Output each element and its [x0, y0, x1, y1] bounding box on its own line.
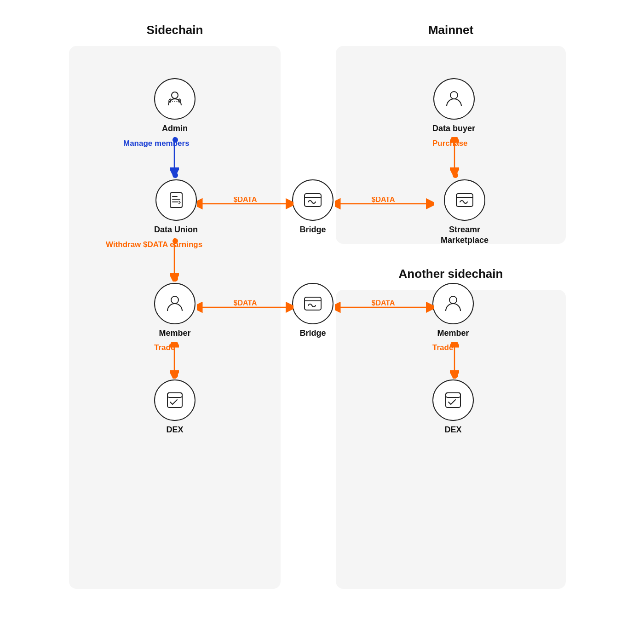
title-mainnet: Mainnet [336, 23, 566, 37]
bridge-top-circle [292, 179, 334, 221]
diagram-wrapper: Sidechain Mainnet Another sidechain Admi… [69, 23, 575, 621]
data-buyer-icon [444, 89, 464, 109]
data-union-circle [155, 179, 197, 221]
member-right-icon [443, 293, 463, 314]
svg-rect-5 [167, 393, 182, 397]
svg-point-3 [171, 296, 178, 304]
title-sidechain: Sidechain [69, 23, 281, 37]
dex-left-icon [165, 390, 185, 410]
dex-right-icon [443, 390, 463, 410]
admin-icon [165, 89, 185, 109]
dex-left-circle [154, 380, 196, 421]
svg-rect-6 [305, 194, 321, 207]
marketplace-circle [444, 179, 485, 221]
bridge-bottom-circle [292, 283, 334, 324]
manage-members-label: Manage members [123, 139, 190, 148]
marketplace-node: Streamr Marketplace [432, 179, 497, 246]
svg-rect-1 [170, 193, 182, 207]
bridge-bottom-node: Bridge [292, 283, 334, 339]
dex-right-circle [432, 380, 474, 421]
admin-circle [154, 78, 196, 120]
bridge-top-icon [303, 190, 323, 210]
bridge-bottom-icon [303, 293, 323, 314]
svg-text:$DATA: $DATA [234, 197, 257, 203]
svg-point-10 [449, 296, 457, 304]
arrow-buyer-marketplace [450, 137, 459, 176]
svg-text:$DATA: $DATA [372, 197, 395, 203]
svg-rect-11 [446, 393, 460, 408]
arrow-bridge-member-right: $DATA [335, 300, 434, 314]
svg-point-0 [172, 92, 178, 98]
bridge-top-node: Bridge [292, 179, 334, 235]
data-buyer-node: Data buyer [432, 78, 475, 134]
svg-text:$DATA: $DATA [234, 300, 257, 307]
marketplace-icon [454, 190, 475, 210]
data-union-node: Data Union [154, 179, 198, 235]
admin-node: Admin [154, 78, 196, 134]
member-right-circle [432, 283, 474, 324]
data-union-icon [166, 190, 186, 210]
svg-point-2 [178, 203, 179, 204]
svg-rect-9 [456, 194, 473, 207]
svg-point-8 [450, 92, 458, 99]
arrow-member-dex-right [450, 342, 459, 379]
arrow-bridge-marketplace: $DATA [335, 197, 434, 211]
member-left-node: Member [154, 283, 196, 339]
withdraw-label: Withdraw $DATA earnings [106, 240, 202, 249]
arrow-member-bridge-bottom: $DATA [197, 300, 293, 314]
arrow-dataunion-bridge-top: $DATA [197, 197, 293, 211]
dex-left-node: DEX [154, 380, 196, 435]
arrow-dataunion-member [170, 238, 179, 282]
data-buyer-circle [433, 78, 475, 120]
svg-rect-12 [446, 393, 460, 397]
svg-text:$DATA: $DATA [372, 300, 395, 307]
dex-right-node: DEX [432, 380, 474, 435]
svg-rect-4 [167, 393, 182, 408]
arrow-member-dex-left [170, 342, 179, 379]
title-another-sidechain: Another sidechain [336, 267, 566, 281]
member-right-node: Member [432, 283, 474, 339]
arrow-admin-dataunion [170, 137, 179, 176]
svg-rect-7 [305, 297, 321, 310]
member-left-circle [154, 283, 196, 324]
member-left-icon [165, 293, 185, 314]
